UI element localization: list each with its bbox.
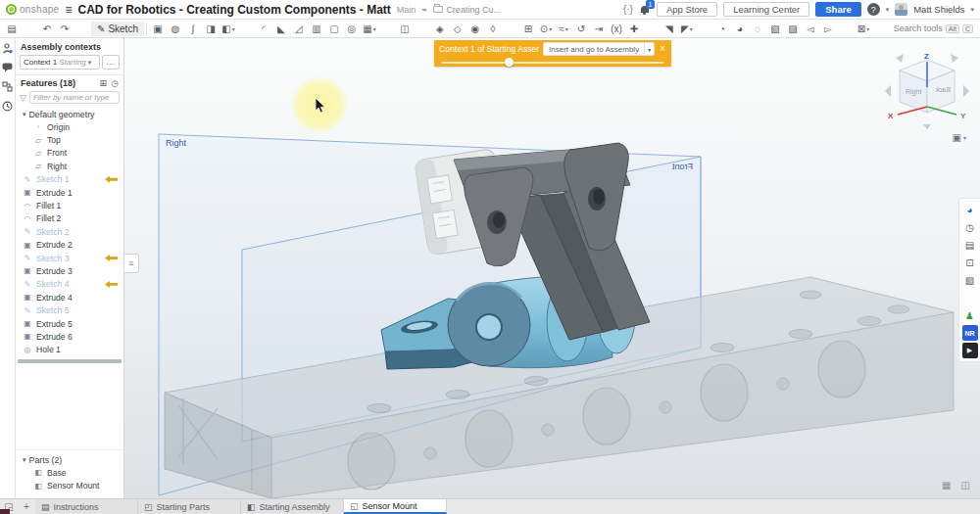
sheet-metal-icon[interactable]: ◥ [661, 22, 678, 36]
feature-row[interactable]: ✎ Sketch 3 [16, 252, 123, 264]
insert-assembly-button[interactable]: Insert and go to Assembly ▾ [543, 42, 655, 56]
onshape-logo[interactable]: onshape [6, 4, 59, 15]
sweep-icon[interactable]: ∫ [184, 22, 202, 36]
feature-row[interactable]: ✎ Sketch 2 [16, 225, 123, 238]
move-face-icon[interactable]: ⊞ [519, 22, 537, 36]
app-nr-icon[interactable]: NR [962, 325, 978, 341]
mass-properties-icon[interactable]: ▨ [784, 22, 802, 36]
feature-row[interactable]: ✎ Sketch 1 [16, 173, 123, 186]
app-variables-icon[interactable]: ▧ [962, 272, 978, 288]
variable-icon[interactable]: (x) [608, 22, 625, 36]
split-icon[interactable]: ◇ [449, 22, 466, 36]
context-select[interactable]: Context 1 Starting ▾ [20, 55, 100, 70]
insert-assembly-caret-icon[interactable]: ▾ [644, 43, 654, 55]
custom-feature-icon[interactable]: ✚ [625, 22, 643, 36]
context-opacity-slider[interactable] [442, 58, 663, 68]
render-quality-icon[interactable]: ▦ [942, 480, 951, 491]
notifications-button[interactable]: 1 [639, 4, 651, 16]
wrap-icon[interactable]: ≈▾ [555, 22, 572, 36]
app-video-icon[interactable]: ▶ [962, 343, 978, 358]
rollback-bar[interactable] [18, 359, 122, 363]
geometry-row[interactable]: ◦ Origin [16, 120, 123, 133]
feature-row[interactable]: ▣ Extrude 1 [16, 186, 123, 199]
geometry-row[interactable]: ▱ Top [16, 133, 123, 146]
user-avatar[interactable] [895, 3, 907, 16]
feature-row[interactable]: ◠ Fillet 2 [16, 212, 123, 225]
user-menu-caret-icon[interactable]: ▾ [970, 6, 974, 14]
app-store-button[interactable]: App Store [657, 2, 717, 18]
loft-icon[interactable]: ◨ [202, 22, 220, 36]
section-view-icon[interactable]: ◕ [731, 22, 749, 36]
follow-mode-icon[interactable] [2, 43, 13, 54]
default-geometry-group[interactable]: ▾ Default geometry [16, 108, 123, 120]
export-icon[interactable]: ▻ [819, 22, 837, 36]
app-classroom-icon[interactable]: ♟ [962, 307, 978, 323]
panel-collapse-handle[interactable]: ≡ [124, 254, 139, 273]
split-part-icon[interactable]: ⇥ [590, 22, 608, 36]
enclose-icon[interactable]: ◉ [466, 22, 484, 36]
share-button[interactable]: Share [815, 2, 860, 18]
in-context-update-icon[interactable] [105, 176, 118, 183]
feature-row[interactable]: ▣ Extrude 4 [16, 291, 123, 304]
feature-row[interactable]: ▣ Extrude 5 [16, 317, 123, 330]
user-name[interactable]: Matt Shields [913, 4, 964, 15]
sketch-button[interactable]: ✎ Sketch [91, 22, 144, 36]
feature-filter-input[interactable]: Filter by name or type [29, 91, 120, 104]
extrude-icon[interactable]: ▣ [149, 22, 167, 36]
app-notes-icon[interactable]: ▤ [962, 237, 978, 253]
thicken-icon[interactable]: ◧▾ [220, 22, 237, 36]
appearance-icon[interactable]: ▧ [766, 22, 784, 36]
fill-icon[interactable]: ◊ [484, 22, 502, 36]
part-row[interactable]: ◧ Sensor Mount [16, 480, 123, 492]
named-views-icon[interactable]: ◔ [713, 22, 731, 36]
insert-feature-icon[interactable]: ⊞ [100, 78, 108, 88]
hole-icon[interactable]: ◎ [343, 22, 361, 36]
comments-icon[interactable] [2, 63, 13, 72]
app-doc-icon[interactable]: ⊡ [962, 255, 978, 270]
app-time-icon[interactable]: ◷ [962, 219, 978, 235]
search-tools[interactable]: Search tools Alt C [894, 23, 977, 33]
feature-row[interactable]: ✎ Sketch 4 [16, 278, 123, 291]
geometry-row[interactable]: ▱ Front [16, 147, 123, 160]
help-caret-icon[interactable]: ▾ [886, 6, 890, 14]
in-context-update-icon[interactable] [105, 255, 118, 261]
parts-group[interactable]: ▾ Parts (2) [16, 453, 123, 466]
redo-icon[interactable]: ↷ [56, 22, 74, 36]
geometry-row[interactable]: ▱ Right [16, 160, 123, 172]
view-tools-icon[interactable]: ⊠▾ [855, 22, 872, 36]
learning-center-button[interactable]: Learning Center [723, 2, 809, 18]
context-overflow-button[interactable]: ... [102, 55, 120, 70]
transform-icon[interactable]: ↺ [572, 22, 590, 36]
feature-row[interactable]: ▣ Extrude 3 [16, 264, 123, 277]
banner-slider-knob[interactable] [505, 58, 514, 67]
link-icon[interactable]: ⌁ [421, 4, 427, 15]
part-row[interactable]: ◧ Base [16, 466, 123, 479]
help-button[interactable]: ? [867, 3, 880, 16]
measure-icon[interactable]: ◅ [802, 22, 819, 36]
fillet-icon[interactable]: ◜ [255, 22, 272, 36]
code-braces-icon[interactable]: {·} [623, 4, 633, 15]
hide-icon[interactable]: ◌ [749, 22, 766, 36]
add-tab-button[interactable]: + [18, 499, 35, 514]
feature-history-icon[interactable]: ◷ [111, 78, 119, 88]
boolean-icon[interactable]: ◈ [431, 22, 449, 36]
document-tab[interactable]: ◧ Starting Assembly [241, 499, 344, 514]
feature-list-toggle-icon[interactable]: ▤ [3, 22, 21, 36]
linear-pattern-icon[interactable]: ▦▾ [361, 22, 378, 36]
document-tab[interactable]: ◱ Sensor Mount [344, 499, 447, 514]
main-menu-icon[interactable]: ≡ [65, 3, 72, 17]
app-browser-icon[interactable]: ◕ [962, 202, 978, 217]
view-options-button[interactable]: ▣ ▾ [953, 132, 966, 143]
feature-row[interactable]: ▣ Extrude 6 [16, 330, 123, 343]
feature-row[interactable]: ▣ Extrude 2 [16, 239, 123, 252]
banner-close-icon[interactable]: × [659, 44, 666, 54]
document-tab[interactable]: ▤ Instructions [35, 499, 138, 514]
history-icon[interactable] [2, 101, 13, 112]
document-folder-chip[interactable]: Creating Cu... [433, 5, 501, 15]
in-context-update-icon[interactable] [105, 281, 118, 288]
feature-row[interactable]: ◎ Hole 1 [16, 344, 123, 356]
filter-funnel-icon[interactable]: ▽ [20, 93, 26, 103]
versions-icon[interactable] [2, 81, 13, 92]
offset-surface-icon[interactable]: ⊙▾ [537, 22, 555, 36]
view-cube[interactable]: Right Back Z X Y [882, 50, 972, 130]
